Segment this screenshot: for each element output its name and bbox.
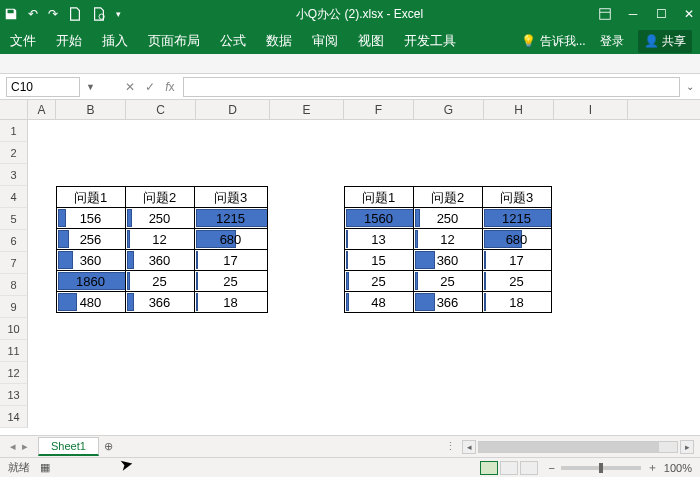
column-headers[interactable]: A B C D E F G H I xyxy=(28,100,700,120)
sheet-nav-first-icon[interactable]: ◂ xyxy=(10,440,16,453)
table-cell[interactable]: 250 xyxy=(413,207,483,229)
ribbon-options-icon[interactable] xyxy=(598,7,612,22)
table-header[interactable]: 问题3 xyxy=(194,186,268,208)
table-row[interactable]: 36036017 xyxy=(56,249,267,270)
tab-data[interactable]: 数据 xyxy=(266,32,292,50)
row-11[interactable]: 11 xyxy=(0,340,28,362)
expand-formula-icon[interactable]: ⌄ xyxy=(686,81,694,92)
tab-review[interactable]: 审阅 xyxy=(312,32,338,50)
tellme[interactable]: 💡 告诉我... xyxy=(521,33,585,50)
row-1[interactable]: 1 xyxy=(0,120,28,142)
row-13[interactable]: 13 xyxy=(0,384,28,406)
table-cell[interactable]: 25 xyxy=(344,270,414,292)
table-row[interactable]: 48036618 xyxy=(56,291,267,312)
table-header[interactable]: 问题2 xyxy=(413,186,483,208)
view-break-icon[interactable] xyxy=(520,461,538,475)
table-cell[interactable]: 1215 xyxy=(194,207,268,229)
table-cell[interactable]: 48 xyxy=(344,291,414,313)
tab-view[interactable]: 视图 xyxy=(358,32,384,50)
table-cell[interactable]: 680 xyxy=(482,228,552,250)
table-cell[interactable]: 25 xyxy=(413,270,483,292)
save-icon[interactable] xyxy=(4,7,18,22)
redo-icon[interactable]: ↷ xyxy=(48,7,58,21)
maximize-icon[interactable]: ☐ xyxy=(654,7,668,21)
table-header[interactable]: 问题2 xyxy=(125,186,195,208)
table-cell[interactable]: 1860 xyxy=(56,270,126,292)
table-row[interactable]: 18602525 xyxy=(56,270,267,291)
col-D[interactable]: D xyxy=(196,100,270,119)
view-layout-icon[interactable] xyxy=(500,461,518,475)
table-cell[interactable]: 17 xyxy=(194,249,268,271)
qat-menu-icon[interactable]: ▾ xyxy=(116,9,121,19)
select-all-corner[interactable] xyxy=(0,100,28,120)
table-cell[interactable]: 1215 xyxy=(482,207,552,229)
table-row[interactable]: 252525 xyxy=(344,270,551,291)
table-cell[interactable]: 25 xyxy=(125,270,195,292)
zoom-level[interactable]: 100% xyxy=(664,462,692,474)
col-E[interactable]: E xyxy=(270,100,344,119)
tab-developer[interactable]: 开发工具 xyxy=(404,32,456,50)
tab-formulas[interactable]: 公式 xyxy=(220,32,246,50)
sheet-tab[interactable]: Sheet1 xyxy=(38,437,99,456)
table-cell[interactable]: 17 xyxy=(482,249,552,271)
name-box[interactable]: C10 xyxy=(6,77,80,97)
table-cell[interactable]: 250 xyxy=(125,207,195,229)
table-cell[interactable]: 480 xyxy=(56,291,126,313)
name-box-dropdown-icon[interactable]: ▼ xyxy=(86,82,95,92)
login-button[interactable]: 登录 xyxy=(600,33,624,50)
row-headers[interactable]: 1234567891011121314 xyxy=(0,120,28,428)
hscroll-left-icon[interactable]: ◂ xyxy=(462,440,476,454)
row-4[interactable]: 4 xyxy=(0,186,28,208)
col-I[interactable]: I xyxy=(554,100,628,119)
table-cell[interactable]: 256 xyxy=(56,228,126,250)
table-header[interactable]: 问题3 xyxy=(482,186,552,208)
sheet-nav-last-icon[interactable]: ▸ xyxy=(22,440,28,453)
macro-record-icon[interactable]: ▦ xyxy=(40,461,50,474)
table-header[interactable]: 问题1 xyxy=(344,186,414,208)
table-cell[interactable]: 680 xyxy=(194,228,268,250)
zoom-out-icon[interactable]: − xyxy=(548,462,554,474)
close-icon[interactable]: ✕ xyxy=(682,7,696,21)
print-preview-icon[interactable] xyxy=(92,7,106,22)
row-8[interactable]: 8 xyxy=(0,274,28,296)
table-row[interactable]: 1562501215 xyxy=(56,207,267,228)
table-cell[interactable]: 25 xyxy=(194,270,268,292)
zoom-slider[interactable] xyxy=(561,466,641,470)
hscroll-thumb[interactable] xyxy=(479,442,659,452)
table-cell[interactable]: 25 xyxy=(482,270,552,292)
row-2[interactable]: 2 xyxy=(0,142,28,164)
cancel-icon[interactable]: ✕ xyxy=(123,80,137,94)
row-12[interactable]: 12 xyxy=(0,362,28,384)
new-icon[interactable] xyxy=(68,7,82,22)
col-A[interactable]: A xyxy=(28,100,56,119)
undo-icon[interactable]: ↶ xyxy=(28,7,38,21)
row-5[interactable]: 5 xyxy=(0,208,28,230)
table-cell[interactable]: 13 xyxy=(344,228,414,250)
table-cell[interactable]: 18 xyxy=(482,291,552,313)
table-cell[interactable]: 12 xyxy=(125,228,195,250)
row-7[interactable]: 7 xyxy=(0,252,28,274)
spreadsheet-grid[interactable]: A B C D E F G H I 1234567891011121314 问题… xyxy=(0,100,700,435)
row-3[interactable]: 3 xyxy=(0,164,28,186)
table-row[interactable]: 1312680 xyxy=(344,228,551,249)
fx-icon[interactable]: fx xyxy=(163,80,177,94)
table-cell[interactable]: 360 xyxy=(413,249,483,271)
formula-bar[interactable] xyxy=(183,77,680,97)
table-header[interactable]: 问题1 xyxy=(56,186,126,208)
enter-icon[interactable]: ✓ xyxy=(143,80,157,94)
table-row[interactable]: 25612680 xyxy=(56,228,267,249)
zoom-in-icon[interactable]: ＋ xyxy=(647,460,658,475)
hscroll-right-icon[interactable]: ▸ xyxy=(680,440,694,454)
table-cell[interactable]: 15 xyxy=(344,249,414,271)
row-9[interactable]: 9 xyxy=(0,296,28,318)
table-row[interactable]: 1536017 xyxy=(344,249,551,270)
view-normal-icon[interactable] xyxy=(480,461,498,475)
tab-home[interactable]: 开始 xyxy=(56,32,82,50)
col-G[interactable]: G xyxy=(414,100,484,119)
col-F[interactable]: F xyxy=(344,100,414,119)
row-14[interactable]: 14 xyxy=(0,406,28,428)
table-cell[interactable]: 18 xyxy=(194,291,268,313)
table-cell[interactable]: 366 xyxy=(413,291,483,313)
col-H[interactable]: H xyxy=(484,100,554,119)
row-6[interactable]: 6 xyxy=(0,230,28,252)
